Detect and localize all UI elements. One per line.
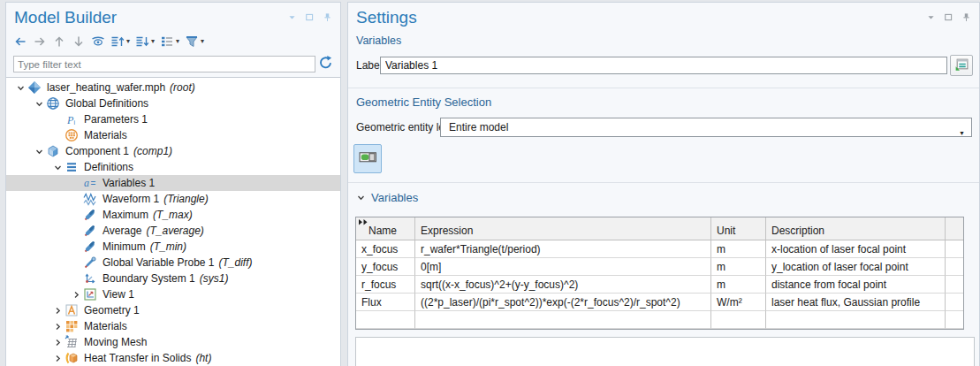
chevron-down-icon[interactable]: [13, 84, 27, 92]
chevron-down-icon[interactable]: [357, 194, 365, 202]
cell-description[interactable]: x-location of laser focal point: [766, 240, 946, 258]
cell-unit[interactable]: m: [711, 276, 766, 294]
cell-description[interactable]: y_location of laser focal point: [766, 258, 946, 276]
tree-item[interactable]: a=Variables 1: [6, 175, 340, 191]
move-up-button[interactable]: [52, 34, 66, 49]
active-toggle-button[interactable]: [353, 144, 382, 173]
rename-form-button[interactable]: [950, 55, 973, 76]
chevron-down-icon[interactable]: [32, 100, 46, 108]
dropdown-caret-icon[interactable]: ▾: [176, 38, 179, 45]
tree-item[interactable]: laser_heating_wafer.mph(root): [6, 80, 340, 95]
tree-item[interactable]: PiParameters 1: [6, 111, 340, 127]
separator: [348, 182, 979, 183]
materials-icon: [65, 319, 79, 333]
cell-name[interactable]: y_focus: [356, 258, 415, 276]
geometry-icon: [65, 303, 79, 317]
settings-panel: Settings Variables Label: Geometric Enti…: [347, 2, 980, 366]
settings-window-controls: [926, 12, 971, 22]
cell-expression[interactable]: r_wafer*Triangle(t/period): [415, 240, 711, 258]
tree-item[interactable]: Definitions: [6, 159, 340, 175]
filter-button[interactable]: ▾: [185, 34, 204, 49]
tree-item[interactable]: Materials: [6, 127, 340, 143]
expand-all-button[interactable]: ▾: [110, 34, 130, 49]
tree-item-label: Waveform 1: [103, 193, 159, 205]
tree-item-label: Minimum: [103, 240, 146, 253]
chevron-right-icon[interactable]: [50, 355, 65, 362]
cell-unit[interactable]: m: [711, 258, 766, 276]
tree-item[interactable]: Global Definitions: [6, 95, 340, 111]
column-header-description[interactable]: Description: [766, 217, 946, 240]
refresh-icon[interactable]: [318, 55, 334, 71]
entity-level-select[interactable]: Entire model ▼: [440, 118, 972, 137]
tree-item-tag: (ht): [195, 352, 211, 364]
tree-item-label: Geometry 1: [84, 304, 140, 316]
column-header-unit[interactable]: Unit: [711, 217, 766, 240]
tree-item[interactable]: Average(T_average): [6, 223, 340, 239]
chevron-down-icon[interactable]: [50, 164, 65, 172]
cell-unit[interactable]: [711, 311, 766, 329]
cell-expression[interactable]: sqrt((x-x_focus)^2+(y-y_focus)^2): [415, 276, 711, 294]
chevron-right-icon[interactable]: [50, 323, 65, 331]
chevron-down-icon[interactable]: [926, 12, 936, 22]
restore-icon[interactable]: [305, 12, 315, 22]
cell-description[interactable]: [766, 311, 946, 329]
global-probe-icon: [83, 255, 97, 270]
pin-icon[interactable]: [323, 12, 332, 22]
cell-unit[interactable]: W/m²: [711, 294, 766, 311]
cell-spacer: [946, 294, 963, 311]
cell-name[interactable]: Flux: [356, 294, 415, 311]
probe-icon: [83, 240, 97, 254]
tree-item[interactable]: Waveform 1(Triangle): [6, 191, 340, 207]
tree-item[interactable]: Materials: [6, 318, 340, 334]
model-tree-node-text-button[interactable]: ▾: [160, 34, 179, 49]
list-columns-icon: [160, 34, 174, 49]
show-button[interactable]: [91, 34, 105, 49]
column-header-name[interactable]: Name: [356, 217, 415, 240]
dropdown-caret-icon[interactable]: ▾: [151, 38, 155, 45]
tree-item[interactable]: View 1: [6, 286, 340, 302]
column-header-expression[interactable]: Expression: [415, 217, 711, 240]
arrow-up-icon: [52, 34, 66, 49]
tree-item[interactable]: Minimum(T_min): [6, 239, 340, 255]
cell-name[interactable]: r_focus: [356, 276, 415, 294]
cell-name[interactable]: [356, 311, 415, 329]
cell-name[interactable]: x_focus: [356, 240, 415, 258]
dropdown-caret-icon[interactable]: ▾: [201, 38, 204, 45]
cell-expression[interactable]: [415, 311, 711, 329]
cell-description[interactable]: laser heat flux, Gaussian profile: [766, 294, 946, 311]
tree-item-tag: (root): [170, 81, 195, 94]
geometric-entity-section-title: Geometric Entity Selection: [356, 95, 491, 109]
pin-icon[interactable]: [961, 12, 971, 22]
cell-expression[interactable]: 0[m]: [415, 258, 711, 276]
dropdown-caret-icon[interactable]: ▾: [126, 38, 130, 45]
arrow-right-icon: [33, 34, 47, 49]
tree-item-label: Maximum: [103, 209, 148, 221]
restore-icon[interactable]: [944, 12, 953, 22]
tree-item[interactable]: Boundary System 1(sys1): [6, 271, 340, 286]
cell-expression[interactable]: ((2*p_laser)/(pi*r_spot^2))*exp(-(2*r_fo…: [415, 294, 711, 311]
cell-unit[interactable]: m: [711, 240, 766, 258]
tree-item-label: Boundary System 1: [103, 272, 195, 285]
chevron-right-icon[interactable]: [50, 339, 65, 347]
chevron-down-icon[interactable]: [287, 12, 297, 22]
tree-item-label: Component 1: [65, 145, 129, 157]
tree-item[interactable]: Geometry 1: [6, 302, 340, 318]
chevron-down-icon[interactable]: [32, 148, 46, 156]
tree-item[interactable]: Maximum(T_max): [6, 207, 340, 223]
cell-description[interactable]: distance from focal point: [766, 276, 946, 294]
chevron-right-icon[interactable]: [50, 307, 65, 315]
sort-rows-icon[interactable]: [359, 219, 368, 225]
waveform-icon: [83, 192, 97, 206]
tree-item-label: Global Variable Probe 1: [103, 256, 215, 269]
go-back-button[interactable]: [13, 34, 27, 49]
tree-item[interactable]: Moving Mesh: [6, 334, 340, 350]
tree-item[interactable]: Heat Transfer in Solids(ht): [6, 350, 340, 366]
tree-item[interactable]: Global Variable Probe 1(T_diff): [6, 255, 340, 271]
go-forward-button[interactable]: [33, 34, 47, 49]
move-down-button[interactable]: [72, 34, 86, 49]
tree-item[interactable]: Component 1(comp1): [6, 143, 340, 159]
tree-filter-input[interactable]: [13, 56, 315, 72]
label-input[interactable]: [380, 57, 947, 74]
chevron-right-icon[interactable]: [69, 291, 83, 299]
collapse-all-button[interactable]: ▾: [135, 34, 155, 49]
